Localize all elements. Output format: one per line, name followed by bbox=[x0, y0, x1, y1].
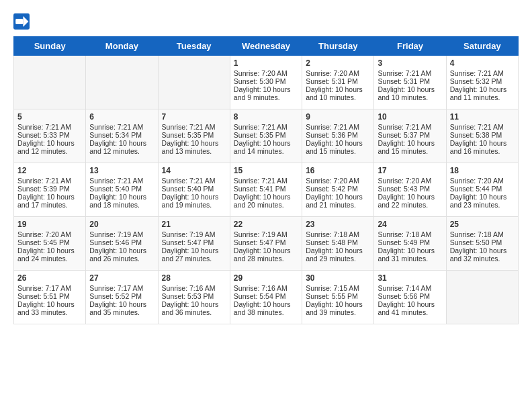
day-content-line: Sunrise: 7:21 AM bbox=[234, 177, 298, 185]
day-content-line: Daylight: 10 hours bbox=[17, 246, 82, 255]
day-content-line: Sunset: 5:52 PM bbox=[89, 292, 154, 300]
day-content-line: and 22 minutes. bbox=[378, 201, 442, 209]
calendar-cell: 17Sunrise: 7:20 AMSunset: 5:43 PMDayligh… bbox=[374, 163, 446, 217]
day-content-line: Sunset: 5:49 PM bbox=[378, 238, 442, 246]
day-content-line: Sunrise: 7:18 AM bbox=[378, 230, 442, 238]
day-content-line: and 12 minutes. bbox=[89, 147, 154, 155]
day-content-line: and 28 minutes. bbox=[234, 255, 298, 263]
calendar-week-row: 1Sunrise: 7:20 AMSunset: 5:30 PMDaylight… bbox=[14, 56, 519, 109]
day-number: 12 bbox=[17, 166, 82, 175]
day-content-line: Sunset: 5:46 PM bbox=[89, 238, 154, 246]
calendar-cell: 14Sunrise: 7:21 AMSunset: 5:40 PMDayligh… bbox=[158, 163, 230, 217]
day-content-line: Daylight: 10 hours bbox=[378, 85, 442, 93]
day-content-line: Daylight: 10 hours bbox=[162, 300, 226, 308]
day-number: 23 bbox=[306, 220, 370, 229]
day-content-line: Sunset: 5:31 PM bbox=[306, 77, 370, 85]
calendar-header-row: SundayMondayTuesdayWednesdayThursdayFrid… bbox=[14, 37, 519, 56]
day-content-line: Daylight: 10 hours bbox=[450, 246, 515, 255]
day-content-line: Sunset: 5:35 PM bbox=[162, 131, 226, 139]
day-content-line: Sunset: 5:30 PM bbox=[234, 77, 298, 85]
calendar-cell: 8Sunrise: 7:21 AMSunset: 5:35 PMDaylight… bbox=[230, 109, 302, 163]
calendar-cell: 24Sunrise: 7:18 AMSunset: 5:49 PMDayligh… bbox=[374, 217, 446, 271]
day-content-line: Sunset: 5:54 PM bbox=[234, 292, 298, 300]
calendar-week-row: 26Sunrise: 7:17 AMSunset: 5:51 PMDayligh… bbox=[14, 271, 519, 324]
day-number: 2 bbox=[306, 58, 370, 68]
day-content-line: Sunrise: 7:19 AM bbox=[89, 230, 154, 238]
day-content-line: Sunset: 5:56 PM bbox=[378, 292, 442, 300]
day-content-line: Daylight: 10 hours bbox=[17, 300, 82, 308]
calendar-cell: 10Sunrise: 7:21 AMSunset: 5:37 PMDayligh… bbox=[374, 109, 446, 163]
day-number: 31 bbox=[378, 273, 442, 283]
day-content-line: Daylight: 10 hours bbox=[162, 246, 226, 255]
calendar-cell: 6Sunrise: 7:21 AMSunset: 5:34 PMDaylight… bbox=[86, 109, 158, 163]
day-number: 18 bbox=[450, 166, 515, 175]
day-content-line: Sunset: 5:32 PM bbox=[450, 77, 515, 85]
day-number: 15 bbox=[234, 166, 298, 175]
day-content-line: Sunset: 5:38 PM bbox=[450, 131, 515, 139]
day-number: 20 bbox=[89, 220, 154, 229]
day-content-line: and 15 minutes. bbox=[378, 147, 442, 155]
day-header-saturday: Saturday bbox=[446, 37, 518, 56]
day-number: 29 bbox=[234, 273, 298, 283]
calendar-cell: 21Sunrise: 7:19 AMSunset: 5:47 PMDayligh… bbox=[158, 217, 230, 271]
day-content-line: Sunrise: 7:20 AM bbox=[306, 177, 370, 185]
day-content-line: Daylight: 10 hours bbox=[378, 246, 442, 255]
day-number: 25 bbox=[450, 220, 515, 229]
calendar-cell: 2Sunrise: 7:20 AMSunset: 5:31 PMDaylight… bbox=[302, 56, 374, 109]
day-content-line: Daylight: 10 hours bbox=[234, 85, 298, 93]
day-number: 10 bbox=[378, 112, 442, 122]
day-content-line: and 12 minutes. bbox=[17, 147, 82, 155]
day-content-line: Daylight: 10 hours bbox=[306, 193, 370, 201]
calendar-cell: 20Sunrise: 7:19 AMSunset: 5:46 PMDayligh… bbox=[86, 217, 158, 271]
calendar-cell: 26Sunrise: 7:17 AMSunset: 5:51 PMDayligh… bbox=[14, 271, 86, 324]
calendar-cell: 11Sunrise: 7:21 AMSunset: 5:38 PMDayligh… bbox=[446, 109, 518, 163]
day-content-line: Sunrise: 7:19 AM bbox=[234, 230, 298, 238]
day-content-line: and 15 minutes. bbox=[306, 147, 370, 155]
day-content-line: Sunset: 5:41 PM bbox=[234, 185, 298, 193]
day-number: 1 bbox=[234, 58, 298, 68]
day-content-line: and 9 minutes. bbox=[234, 93, 298, 101]
day-content-line: Daylight: 10 hours bbox=[450, 85, 515, 93]
calendar-cell: 30Sunrise: 7:15 AMSunset: 5:55 PMDayligh… bbox=[302, 271, 374, 324]
calendar-cell bbox=[158, 56, 230, 109]
day-content-line: Sunset: 5:55 PM bbox=[306, 292, 370, 300]
calendar-week-row: 19Sunrise: 7:20 AMSunset: 5:45 PMDayligh… bbox=[14, 217, 519, 271]
day-content-line: and 10 minutes. bbox=[306, 93, 370, 101]
day-content-line: Sunset: 5:44 PM bbox=[450, 185, 515, 193]
day-content-line: Daylight: 10 hours bbox=[306, 85, 370, 93]
calendar-cell: 12Sunrise: 7:21 AMSunset: 5:39 PMDayligh… bbox=[14, 163, 86, 217]
day-content-line: and 17 minutes. bbox=[17, 201, 82, 209]
day-content-line: Sunset: 5:37 PM bbox=[378, 131, 442, 139]
day-content-line: and 23 minutes. bbox=[450, 201, 515, 209]
day-content-line: Sunrise: 7:20 AM bbox=[17, 230, 82, 238]
day-content-line: Daylight: 10 hours bbox=[450, 193, 515, 201]
day-content-line: and 41 minutes. bbox=[378, 308, 442, 316]
day-number: 9 bbox=[306, 112, 370, 122]
day-content-line: Sunrise: 7:21 AM bbox=[234, 123, 298, 131]
day-number: 27 bbox=[89, 273, 154, 283]
day-content-line: Daylight: 10 hours bbox=[234, 193, 298, 201]
day-content-line: and 39 minutes. bbox=[306, 308, 370, 316]
day-header-wednesday: Wednesday bbox=[230, 37, 302, 56]
day-content-line: Daylight: 10 hours bbox=[89, 139, 154, 147]
calendar-cell: 1Sunrise: 7:20 AMSunset: 5:30 PMDaylight… bbox=[230, 56, 302, 109]
day-content-line: Daylight: 10 hours bbox=[378, 139, 442, 147]
day-content-line: Daylight: 10 hours bbox=[17, 193, 82, 201]
day-content-line: and 38 minutes. bbox=[234, 308, 298, 316]
day-content-line: and 27 minutes. bbox=[162, 255, 226, 263]
day-content-line: Sunset: 5:45 PM bbox=[17, 238, 82, 246]
day-content-line: Sunrise: 7:21 AM bbox=[450, 123, 515, 131]
day-content-line: Sunrise: 7:16 AM bbox=[162, 284, 226, 292]
calendar-cell: 9Sunrise: 7:21 AMSunset: 5:36 PMDaylight… bbox=[302, 109, 374, 163]
day-content-line: Sunrise: 7:18 AM bbox=[450, 230, 515, 238]
day-number: 16 bbox=[306, 166, 370, 175]
day-content-line: Sunset: 5:31 PM bbox=[378, 77, 442, 85]
day-content-line: Daylight: 10 hours bbox=[89, 246, 154, 255]
day-content-line: Sunrise: 7:21 AM bbox=[17, 177, 82, 185]
day-content-line: Daylight: 10 hours bbox=[17, 139, 82, 147]
day-content-line: Daylight: 10 hours bbox=[306, 139, 370, 147]
day-number: 13 bbox=[89, 166, 154, 175]
day-content-line: Sunrise: 7:21 AM bbox=[89, 123, 154, 131]
day-content-line: Sunrise: 7:21 AM bbox=[89, 177, 154, 185]
calendar-cell: 5Sunrise: 7:21 AMSunset: 5:33 PMDaylight… bbox=[14, 109, 86, 163]
